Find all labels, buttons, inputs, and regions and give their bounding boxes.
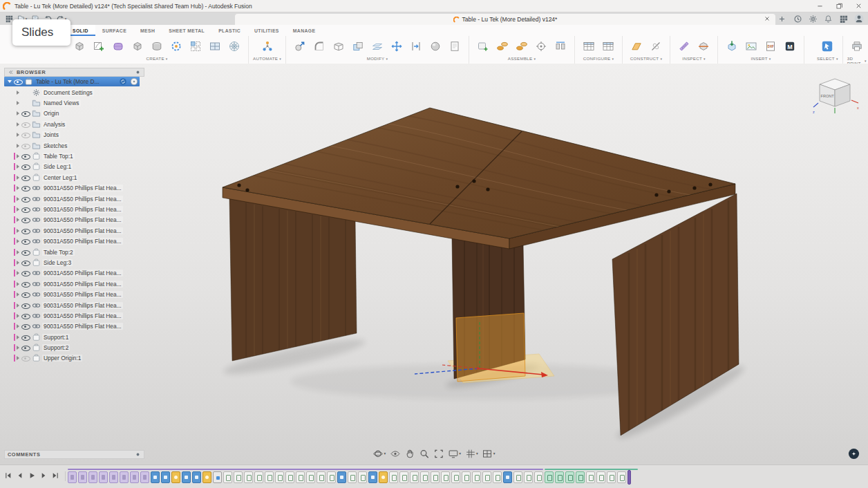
expand-arrow-icon[interactable] [17,261,19,265]
timeline-feature-gray[interactable] [410,471,419,483]
appbar-button-preferences[interactable] [806,13,820,24]
browser-item-support-2[interactable]: Support:2 [4,342,144,353]
timeline-feature-teal[interactable] [555,471,564,483]
expand-arrow-icon[interactable] [17,271,19,275]
timeline-feature-gray[interactable] [306,471,315,483]
visibility-eye-icon[interactable] [21,163,30,171]
timeline-feature-yellow[interactable] [202,471,211,483]
ribbon-tab-mesh[interactable]: MESH [133,25,162,36]
expand-arrow-icon[interactable] [17,346,19,350]
browser-item-90031a550-phillips-flat-hea[interactable]: 90031A550 Phillips Flat Hea... [4,204,144,214]
timeline-feature-gray[interactable] [265,471,274,483]
tool-offset-face[interactable] [368,37,386,55]
tool-offset-plane[interactable] [628,37,645,55]
ribbon-tab-surface[interactable]: SURFACE [95,25,133,36]
comments-header[interactable]: COMMENTS [4,450,144,459]
expand-arrow-icon[interactable] [17,335,19,339]
tool-press-pull[interactable] [291,37,309,55]
browser-item-document-settings[interactable]: Document Settings [4,87,144,97]
expand-arrow-icon[interactable] [17,282,19,286]
view-cube[interactable]: FRONT x z [811,71,862,120]
appbar-button-job-status[interactable] [791,13,804,24]
timeline-feature-gray[interactable] [441,471,450,483]
timeline-feature-gray[interactable] [431,471,440,483]
expand-arrow-icon[interactable] [17,218,19,222]
tool-combine[interactable] [349,37,367,55]
expand-arrow-icon[interactable] [17,207,19,212]
avatar[interactable] [854,14,868,24]
expand-arrow-icon[interactable] [17,154,19,158]
browser-item-90031a550-phillips-flat-hea[interactable]: 90031A550 Phillips Flat Hea... [4,215,144,225]
expand-arrow-icon[interactable] [17,292,19,297]
browser-root-component[interactable]: Table - Lu Tek (More D... [4,77,140,86]
browser-item-support-1[interactable]: Support:1 [4,332,144,342]
tool-thread[interactable] [225,37,243,55]
browser-item-90031a550-phillips-flat-hea[interactable]: 90031A550 Phillips Flat Hea... [4,279,144,289]
tool-cylinder[interactable] [148,37,166,55]
timeline-feature-lav[interactable] [120,471,129,483]
visibility-eye-icon[interactable] [21,259,30,266]
tool-coil[interactable] [167,37,185,55]
expand-arrow-icon[interactable] [17,101,19,105]
tool-insert-derive[interactable] [723,37,741,55]
timeline-feature-gray[interactable] [524,471,533,483]
assistant-button[interactable] [848,448,860,460]
visibility-eye-icon[interactable] [21,312,30,319]
timeline-feature-lav[interactable] [130,471,139,483]
visibility-eye-icon[interactable] [21,280,30,288]
visibility-eye-icon[interactable] [21,131,30,139]
tool-measure[interactable] [675,37,693,55]
expand-arrow-icon[interactable] [17,356,19,360]
toolbar-group-inspect-label[interactable]: INSPECT [682,56,706,61]
nav-tool-viewports[interactable] [481,447,497,460]
visibility-eye-icon[interactable] [21,355,30,362]
browser-item-joints[interactable]: Joints [4,130,144,140]
timeline-feature-gray[interactable] [285,471,294,483]
toolbar-group-select-label[interactable]: SELECT [817,56,838,61]
timeline-feature-gray[interactable] [534,471,543,483]
timeline-feature-teal[interactable] [576,471,585,483]
tool-axis[interactable] [647,37,665,55]
visibility-eye-icon[interactable] [21,301,30,309]
visibility-eye-icon[interactable] [21,270,30,277]
browser-item-90031a550-phillips-flat-hea[interactable]: 90031A550 Phillips Flat Hea... [4,289,144,299]
nav-tool-orbit[interactable] [371,447,387,460]
expand-arrow-icon[interactable] [17,91,19,95]
tool-automate[interactable] [258,37,276,55]
browser-item-table-top-2[interactable]: Table Top:2 [4,247,144,257]
tool-new-component[interactable] [474,37,492,55]
timeline-feature-teal[interactable] [565,471,574,483]
timeline-feature-gray[interactable] [586,471,595,483]
expand-arrow-icon[interactable] [17,144,19,148]
timeline-feature-gray[interactable] [399,471,408,483]
nav-tool-display-settings[interactable] [446,447,462,460]
timeline-feature-gray[interactable] [327,471,336,483]
nav-tool-grid-and-snaps[interactable] [464,447,480,460]
timeline-feature-blue[interactable] [182,471,191,483]
timeline-feature-lav[interactable] [109,471,118,483]
timeline-feature-gray[interactable] [223,471,232,483]
table-right-leg[interactable] [612,194,739,435]
ribbon-tab-manage[interactable]: MANAGE [286,25,323,36]
appbar-button-apps-grid[interactable] [837,13,850,24]
browser-item-analysis[interactable]: Analysis [4,119,144,129]
timeline-feature-gray[interactable] [607,471,616,483]
timeline-feature-gray[interactable] [389,471,398,483]
timeline-feature-gray[interactable] [462,471,471,483]
timeline-feature-move[interactable] [213,471,222,483]
tool-configure[interactable] [580,37,598,55]
collapse-panel-icon[interactable] [8,69,14,75]
document-tab[interactable]: Table - Lu Tek (More Detailed) v124* [235,14,775,25]
visibility-eye-icon[interactable] [21,173,30,181]
tool-box[interactable] [129,37,147,55]
expand-arrow-icon[interactable] [17,186,19,190]
timeline-feature-gray[interactable] [358,471,367,483]
timeline-feature-end[interactable] [628,470,631,485]
nav-tool-pan[interactable] [403,447,416,460]
browser-item-upper-origin-1[interactable]: Upper Origin:1 [4,353,144,364]
tool-joint[interactable] [493,37,511,55]
window-button-maximize[interactable] [829,0,849,12]
browser-item-90031a550-phillips-flat-hea[interactable]: 90031A550 Phillips Flat Hea... [4,310,144,321]
expand-arrow-icon[interactable] [17,197,19,201]
browser-item-origin[interactable]: Origin [4,109,144,119]
